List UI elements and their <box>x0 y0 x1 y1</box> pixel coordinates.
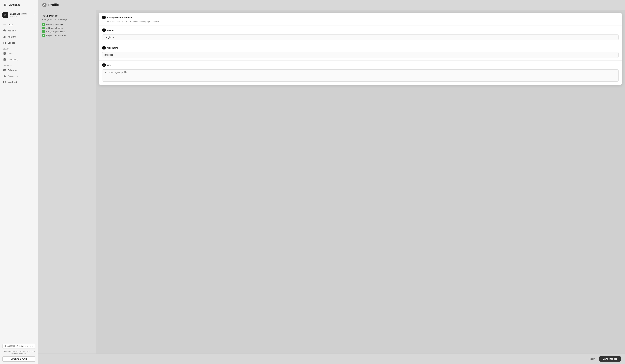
reset-button[interactable]: Reset <box>587 356 597 361</box>
contact-icon <box>3 75 6 78</box>
svg-rect-12 <box>5 42 6 43</box>
sidebar-analytics-label: Analytics <box>8 35 16 38</box>
sidebar-item-pipes[interactable]: Pipes <box>0 22 38 28</box>
form-section-username: 3 Username <box>99 43 622 61</box>
sidebar-header: Langbase <box>0 0 38 10</box>
page-title: Profile <box>48 3 59 7</box>
form-section-name: 2 Name <box>99 26 622 43</box>
checklist-label-3: Fill your impressive bio <box>46 34 66 36</box>
svg-rect-4 <box>3 24 6 25</box>
step-badge-2: 2 <box>102 29 106 32</box>
checklist-item-1: ✓ Add your full name <box>42 27 92 29</box>
name-input[interactable] <box>102 34 619 40</box>
sidebar-item-explore[interactable]: Explore <box>0 40 38 46</box>
svg-rect-10 <box>5 36 5 38</box>
svg-rect-13 <box>3 43 4 44</box>
sidebar-item-contact-us[interactable]: Contact us <box>0 73 38 79</box>
bio-input[interactable] <box>102 69 619 82</box>
get-started-text: Get started here <box>16 345 31 347</box>
svg-rect-3 <box>5 5 6 6</box>
svg-point-7 <box>4 30 5 31</box>
svg-rect-2 <box>4 5 5 6</box>
workspace-selector[interactable]: ⌘ Langbase Hobby langbase ⌃ <box>0 10 38 20</box>
check-icon-1: ✓ <box>42 27 45 29</box>
svg-rect-1 <box>5 4 6 4</box>
main-content: Profile Your Profile Change your profile… <box>38 0 625 364</box>
svg-point-25 <box>4 76 6 77</box>
check-icon-0: ✓ <box>42 23 45 26</box>
step-badge-1: 1 <box>102 16 106 19</box>
profile-left-panel: Your Profile Change your profile setting… <box>38 10 96 364</box>
profile-right-panel: ⌘ 1 Change Profile Picture Max size 1MB.… <box>96 10 625 364</box>
sidebar-bottom: ⌘ LANGBASE Get started here » Get unlimi… <box>0 341 38 364</box>
explore-icon <box>3 41 6 44</box>
sidebar: Langbase ⌘ Langbase Hobby langbase ⌃ Pip… <box>0 0 38 364</box>
action-bar: Reset Save changes <box>38 354 625 364</box>
get-started-logo: ⌘ LANGBASE <box>4 345 15 347</box>
checklist-label-1: Add your full name <box>46 27 62 29</box>
sidebar-contact-label: Contact us <box>8 75 18 77</box>
form-section-picture[interactable]: 1 Change Profile Picture Max size 1MB. P… <box>99 13 622 26</box>
svg-point-27 <box>44 4 45 5</box>
checklist-item-3: ✓ Fill your impressive bio <box>42 34 92 37</box>
form-label-username: Username <box>107 46 118 49</box>
sidebar-memory-label: Memory <box>8 30 16 32</box>
checklist-item-2: ✓ Get your @username <box>42 30 92 33</box>
page-header: Profile <box>38 0 625 10</box>
workspace-username: langbase <box>10 15 31 17</box>
check-icon-2: ✓ <box>42 30 45 33</box>
form-label-name: Name <box>107 29 114 31</box>
analytics-icon <box>3 35 6 38</box>
pipes-icon <box>3 23 6 26</box>
profile-section-title: Your Profile <box>42 14 92 17</box>
checklist-label-0: Upload your image <box>46 23 63 26</box>
sidebar-docs-label: Docs <box>8 52 13 55</box>
get-started-arrow: » <box>32 345 33 347</box>
app-logo-icon <box>3 3 7 7</box>
form-section-bio: 4 Bio <box>99 61 622 85</box>
upgrade-plan-button[interactable]: UPGRADE PLAN <box>2 356 35 362</box>
workspace-avatar: ⌘ <box>2 12 8 18</box>
save-changes-button[interactable]: Save changes <box>599 356 621 362</box>
workspace-badge: Hobby <box>21 13 27 15</box>
svg-rect-11 <box>3 42 4 43</box>
checklist-label-2: Get your @username <box>46 30 65 33</box>
sidebar-follow-label: Follow us <box>8 69 17 71</box>
svg-rect-14 <box>5 43 6 44</box>
check-icon-3: ✓ <box>42 34 45 37</box>
get-started-banner[interactable]: ⌘ LANGBASE Get started here » <box>2 344 35 349</box>
form-label-bio: Bio <box>107 64 111 66</box>
feedback-icon <box>3 81 6 84</box>
profile-checklist: ✓ Upload your image ✓ Add your full name… <box>42 23 92 37</box>
checklist-item-0: ✓ Upload your image <box>42 23 92 26</box>
learn-section-label: Learn <box>0 46 38 50</box>
sidebar-changelog-label: Changelog <box>8 58 18 61</box>
page-header-icon <box>42 3 47 7</box>
sidebar-pipes-label: Pipes <box>8 23 13 26</box>
sidebar-item-feedback[interactable]: Feedback <box>0 79 38 85</box>
profile-area: Your Profile Change your profile setting… <box>38 10 625 364</box>
svg-rect-0 <box>4 4 5 4</box>
sidebar-item-memory[interactable]: Memory <box>0 28 38 34</box>
svg-rect-5 <box>3 25 6 25</box>
sidebar-explore-label: Explore <box>8 42 15 44</box>
form-hint-picture: Max size 1MB. PNG or JPG. Select to chan… <box>107 21 619 23</box>
profile-section-desc: Change your profile settings. <box>42 18 92 21</box>
connect-section-label: Connect <box>0 62 38 67</box>
sidebar-item-follow-us[interactable]: Follow us <box>0 67 38 73</box>
step-badge-3: 3 <box>102 46 106 50</box>
username-input[interactable] <box>102 52 619 58</box>
nav-section: Pipes Memory Analytics <box>0 20 38 341</box>
sidebar-item-analytics[interactable]: Analytics <box>0 34 38 40</box>
app-name: Langbase <box>9 3 20 6</box>
workspace-info: Langbase Hobby langbase <box>10 13 31 17</box>
upgrade-description: Get unlimited memory, vector storage, lo… <box>2 350 35 355</box>
svg-rect-9 <box>4 36 5 38</box>
follow-icon <box>3 69 6 72</box>
docs-icon <box>3 52 6 55</box>
sidebar-item-changelog[interactable]: Changelog <box>0 57 38 62</box>
profile-form: 1 Change Profile Picture Max size 1MB. P… <box>99 13 622 85</box>
sidebar-item-docs[interactable]: Docs <box>0 50 38 57</box>
workspace-name: Langbase <box>10 13 20 15</box>
svg-rect-26 <box>3 81 6 83</box>
